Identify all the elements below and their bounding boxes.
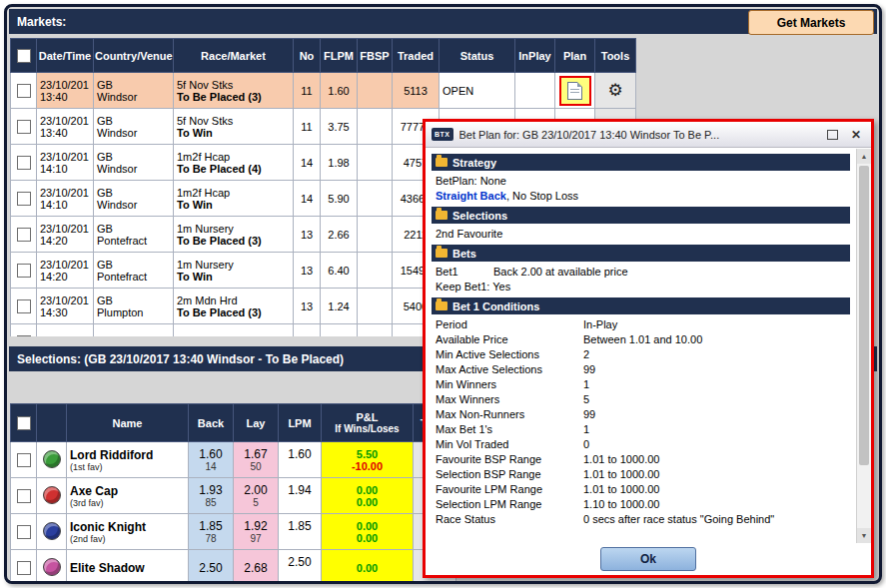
row-checkbox[interactable]	[17, 84, 31, 98]
back-price-cell[interactable]: 2.50	[189, 550, 234, 582]
runner-name-cell: Axe Cap(3rd fav)	[67, 478, 189, 514]
row-checkbox[interactable]	[17, 228, 31, 242]
flpm-cell: 1.60	[321, 73, 358, 109]
lay-price-cell[interactable]: 1.9297	[234, 514, 279, 550]
row-checkbox[interactable]	[17, 489, 31, 503]
silks-icon	[43, 450, 61, 468]
row-checkbox[interactable]	[17, 192, 31, 206]
row-checkbox[interactable]	[17, 156, 31, 170]
market-row[interactable]: 23/10/20113:40 GBWindsor 5f Nov StksTo B…	[11, 73, 636, 109]
selection-mode-line: 2nd Favourite	[432, 227, 850, 242]
lpm-cell[interactable]: 1.85	[279, 514, 322, 550]
section-strategy: Strategy	[432, 154, 850, 171]
lay-price-cell[interactable]: 1.6750	[234, 442, 279, 478]
lpm-cell[interactable]: 1.94	[279, 478, 322, 514]
dialog-footer: Ok	[426, 543, 871, 575]
venue-cell: GBWindsor	[94, 109, 174, 145]
datetime-cell: 23/10/201	[37, 324, 94, 337]
condition-row: Selection LPM Range1.10 to 1000.00	[432, 497, 850, 512]
fbsp-cell	[358, 145, 393, 181]
back-price-cell[interactable]: 1.8578	[189, 514, 234, 550]
plan-annotation-box	[559, 76, 591, 106]
condition-row: Max Bet 1's1	[432, 422, 850, 437]
lay-price-cell[interactable]: 2.68	[234, 550, 279, 582]
dialog-scrollbar[interactable]: ▲ ▼	[856, 149, 871, 543]
dialog-titlebar[interactable]: BTX Bet Plan for: GB 23/10/2017 13:40 Wi…	[426, 122, 871, 148]
venue-cell: GBPlumpton	[94, 289, 174, 324]
checkbox-cell	[11, 478, 37, 514]
col-tools: Tools	[595, 39, 636, 73]
silks-cell	[37, 550, 67, 582]
race-cell: 2m Mdn Hrd	[174, 324, 294, 337]
scroll-up-button[interactable]: ▲	[857, 149, 871, 164]
get-markets-button[interactable]: Get Markets	[748, 10, 874, 35]
race-cell: 1m NurseryTo Be Placed (3)	[174, 217, 294, 253]
row-checkbox[interactable]	[17, 561, 31, 575]
bet1-line: Bet1Back 2.00 at available price	[432, 265, 850, 280]
lay-price-cell[interactable]: 2.005	[234, 478, 279, 514]
row-checkbox[interactable]	[17, 453, 31, 467]
race-cell: 1m NurseryTo Win	[174, 253, 294, 289]
datetime-cell: 23/10/20114:10	[37, 181, 94, 217]
condition-row: Max Winners5	[432, 392, 850, 407]
col-no: No	[294, 39, 321, 73]
markets-title: Markets:	[17, 15, 66, 29]
row-checkbox[interactable]	[17, 335, 31, 336]
maximize-button[interactable]	[823, 127, 841, 143]
col-date-time: Date/Time	[37, 39, 94, 73]
lpm-cell[interactable]: 1.60	[279, 442, 322, 478]
gear-icon[interactable]: ⚙	[607, 81, 622, 100]
bet-plan-document-icon[interactable]	[567, 82, 582, 100]
condition-row: Min Vol Traded0	[432, 437, 850, 452]
pl-cell: 0.000.00	[322, 478, 414, 514]
condition-row: Favourite BSP Range1.01 to 1000.00	[432, 452, 850, 467]
lpm-cell[interactable]: 2.50	[279, 550, 322, 582]
col-silks	[37, 404, 67, 442]
venue-cell: GBWindsor	[94, 145, 174, 181]
scroll-down-button[interactable]: ▼	[857, 528, 871, 543]
condition-row: Selection BSP Range1.01 to 1000.00	[432, 467, 850, 482]
checkbox-cell	[11, 324, 37, 337]
back-price-cell[interactable]: 1.9385	[189, 478, 234, 514]
tools-cell: ⚙	[595, 73, 636, 109]
row-checkbox[interactable]	[17, 299, 31, 313]
close-button[interactable]: ✕	[847, 127, 865, 143]
col-status: Status	[440, 39, 515, 73]
race-cell: 2m Mdn HrdTo Be Placed (3)	[174, 289, 294, 324]
flpm-cell: 2.66	[321, 217, 358, 253]
silks-cell	[37, 442, 67, 478]
row-checkbox[interactable]	[17, 120, 31, 134]
checkbox-cell	[11, 217, 37, 253]
row-checkbox[interactable]	[17, 525, 31, 539]
silks-icon	[43, 558, 61, 576]
markets-panel-header: Markets:	[9, 9, 877, 34]
venue-cell: GBWindsor	[94, 73, 174, 109]
condition-row: Race Status0 secs after race status "Goi…	[432, 512, 850, 527]
condition-row: Available PriceBetween 1.01 and 10.00	[432, 332, 850, 347]
venue-cell: GBPontefract	[94, 253, 174, 289]
select-all-checkbox[interactable]	[17, 416, 31, 430]
flpm-cell: 3.75	[321, 109, 358, 145]
select-all-checkbox[interactable]	[17, 49, 31, 63]
dialog-content: Strategy BetPlan: None Straight Back, No…	[426, 149, 856, 543]
col-pl: P&LIf Wins/Loses	[322, 404, 414, 442]
checkbox-cell	[11, 550, 37, 582]
straight-back-link[interactable]: Straight Back	[436, 190, 506, 202]
flpm-cell: 1.98	[321, 145, 358, 181]
col-traded: Traded	[393, 39, 440, 73]
datetime-cell: 23/10/20114:20	[37, 253, 94, 289]
scroll-thumb[interactable]	[859, 166, 869, 465]
no-cell: 13	[294, 217, 321, 253]
dialog-title: Bet Plan for: GB 23/10/2017 13:40 Windso…	[459, 129, 818, 141]
pl-cell: 0.00	[322, 550, 414, 582]
back-price-cell[interactable]: 1.6014	[189, 442, 234, 478]
runner-name-cell: Elite Shadow	[67, 550, 189, 582]
ok-button[interactable]: Ok	[600, 547, 696, 571]
selection-row[interactable]: Lord Riddiford(1st fav) 1.6014 1.6750 1.…	[11, 442, 456, 478]
selections-table: Name Back Lay LPM P&LIf Wins/Loses Tools…	[10, 403, 456, 581]
condition-row: Max Active Selections99	[432, 362, 850, 377]
selection-row[interactable]: Axe Cap(3rd fav) 1.9385 2.005 1.94 0.000…	[11, 478, 456, 514]
row-checkbox[interactable]	[17, 264, 31, 278]
selection-row[interactable]: Elite Shadow 2.50 2.68 2.50 0.00 ⚙	[11, 550, 456, 582]
selection-row[interactable]: Iconic Knight(2nd fav) 1.8578 1.9297 1.8…	[11, 514, 456, 550]
